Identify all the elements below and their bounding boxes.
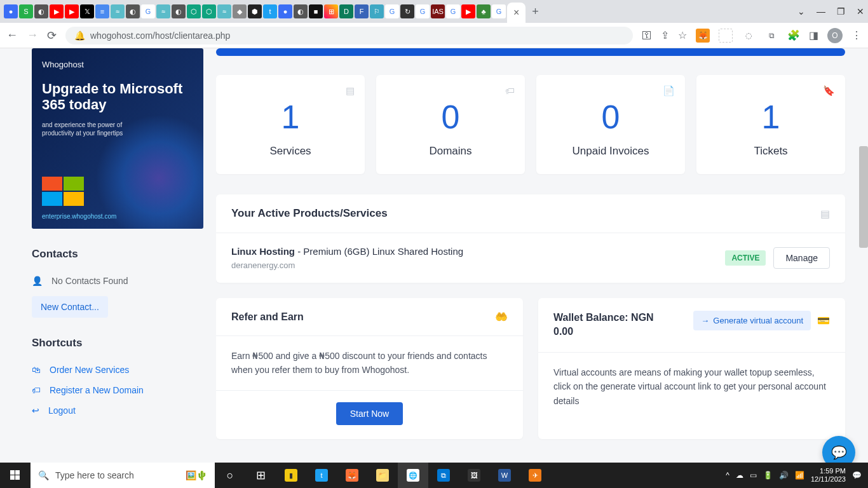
extension-icon[interactable] — [719, 29, 733, 43]
tab-favicon[interactable]: ▶ — [65, 4, 79, 18]
extensions-menu-icon[interactable]: 🧩 — [787, 29, 800, 41]
taskbar-search[interactable]: 🔍 Type here to search 🖼️🌵 — [31, 463, 215, 488]
profile-avatar[interactable]: O — [827, 28, 843, 43]
tab-favicon[interactable]: IAS — [431, 4, 445, 18]
shortcut-order[interactable]: 🛍 Order New Services — [32, 360, 203, 380]
tab-favicon[interactable]: ≈ — [156, 4, 170, 18]
tab-favicon[interactable]: ● — [278, 4, 292, 18]
key-icon[interactable]: ⚿ — [642, 30, 652, 41]
extension-icon[interactable]: ⧉ — [764, 29, 778, 43]
tab-favicon[interactable]: G — [416, 4, 430, 18]
sidepanel-icon[interactable]: ◨ — [809, 29, 818, 41]
minimize-button[interactable]: — — [817, 6, 825, 17]
close-tab-icon[interactable]: × — [513, 7, 519, 18]
stat-invoices[interactable]: 📄 0 Unpaid Invoices — [536, 75, 685, 174]
tab-favicon[interactable]: ◐ — [294, 4, 308, 18]
tab-favicon[interactable]: G — [446, 4, 460, 18]
address-bar[interactable]: 🔔 whogohost.com/host/clientarea.php — [65, 27, 633, 44]
generate-virtual-account-button[interactable]: → Generate virtual account — [693, 311, 811, 330]
share-icon[interactable]: ⇪ — [661, 29, 669, 41]
stat-domains[interactable]: 🏷 0 Domains — [376, 75, 525, 174]
new-contact-button[interactable]: New Contact... — [32, 296, 108, 318]
taskbar-telegram[interactable]: ✈ — [520, 463, 550, 488]
tab-favicon[interactable]: ⬢ — [248, 4, 262, 18]
tab-favicon[interactable]: ◆ — [233, 4, 247, 18]
tab-favicon[interactable]: G — [492, 4, 506, 18]
close-window-button[interactable]: ✕ — [857, 6, 864, 17]
tab-favicon[interactable]: ⊞ — [324, 4, 338, 18]
tab-favicon[interactable]: ■ — [309, 4, 323, 18]
maximize-button[interactable]: ❐ — [837, 6, 845, 17]
taskbar-app[interactable]: ⊞ — [245, 463, 276, 488]
taskbar-chrome[interactable]: 🌐 — [398, 463, 428, 488]
taskbar-firefox[interactable]: 🦊 — [337, 463, 367, 488]
shortcut-register-domain[interactable]: 🏷 Register a New Domain — [32, 380, 203, 400]
promo-banner[interactable]: Whogohost Upgrade to Microsoft 365 today… — [32, 48, 203, 229]
product-row: Linux Hosting - Premium (6GB) Linux Shar… — [231, 246, 830, 270]
tab-favicon[interactable]: ↻ — [400, 4, 414, 18]
tab-favicon[interactable]: ♣ — [477, 4, 491, 18]
tab-favicon[interactable]: F — [355, 4, 369, 18]
scrollbar[interactable] — [859, 146, 868, 248]
domains-icon: 🏷 — [505, 85, 515, 96]
tab-favicon[interactable]: ⬡ — [202, 4, 216, 18]
tab-favicon[interactable]: ⬡ — [187, 4, 201, 18]
stat-tickets[interactable]: 🔖 1 Tickets — [696, 75, 845, 174]
taskbar-photos[interactable]: 🖼 — [459, 463, 489, 488]
shortcut-logout[interactable]: ↩ Logout — [32, 400, 203, 421]
taskbar-twitter[interactable]: t — [306, 463, 337, 488]
start-button[interactable] — [0, 463, 31, 488]
tray-onedrive-icon[interactable]: ☁ — [736, 471, 743, 480]
extension-metamask-icon[interactable]: 🦊 — [696, 29, 710, 43]
tray-volume-icon[interactable]: 🔊 — [779, 471, 789, 480]
tab-favicon[interactable]: G — [385, 4, 399, 18]
tray-meet-icon[interactable]: ▭ — [750, 471, 757, 480]
taskbar-word[interactable]: W — [489, 463, 520, 488]
tab-favicon[interactable]: ≈ — [217, 4, 231, 18]
taskbar-powerbi[interactable]: ▮ — [276, 463, 306, 488]
taskbar-explorer[interactable]: 📁 — [367, 463, 398, 488]
refer-panel: Refer and Earn 🤲 Earn ₦500 and give a ₦5… — [216, 298, 523, 439]
tray-chevron-icon[interactable]: ^ — [726, 471, 729, 480]
tab-favicon[interactable]: 𝕏 — [80, 4, 94, 18]
active-tab[interactable]: × — [507, 3, 526, 23]
stat-services-label: Services — [227, 145, 353, 158]
tab-favicon[interactable]: ◐ — [126, 4, 140, 18]
tab-favicon[interactable]: ≈ — [111, 4, 125, 18]
tab-favicon[interactable]: ● — [4, 4, 18, 18]
manage-button[interactable]: Manage — [773, 247, 830, 269]
taskbar-vscode[interactable]: ⧉ — [428, 463, 459, 488]
arrow-right-icon: → — [701, 316, 709, 325]
site-info-icon[interactable]: 🔔 — [74, 30, 85, 41]
back-button[interactable]: ← — [6, 29, 18, 42]
tray-battery-icon[interactable]: 🔋 — [763, 471, 773, 480]
chat-fab-button[interactable]: 💬 — [822, 436, 855, 463]
tab-favicon[interactable]: D — [339, 4, 353, 18]
start-now-button[interactable]: Start Now — [336, 402, 403, 425]
extension-icon[interactable]: ◌ — [742, 29, 756, 43]
chrome-menu-icon[interactable]: ⋮ — [851, 29, 862, 41]
browser-toolbar: ← → ⟳ 🔔 whogohost.com/host/clientarea.ph… — [0, 23, 868, 48]
tab-favicon[interactable]: ≡ — [95, 4, 109, 18]
tabs-dropdown-icon[interactable]: ⌄ — [797, 6, 805, 17]
tab-favicon[interactable]: ▶ — [50, 4, 64, 18]
promo-brand: Whogohost — [42, 60, 193, 69]
notification-icon[interactable]: 💬 — [852, 471, 862, 480]
stat-services[interactable]: ▤ 1 Services — [216, 75, 365, 174]
bookmark-icon[interactable]: ☆ — [678, 29, 687, 41]
tab-favicon[interactable]: ◐ — [172, 4, 186, 18]
tab-favicon[interactable]: S — [19, 4, 33, 18]
taskbar-clock[interactable]: 1:59 PM 12/11/2023 — [811, 467, 846, 484]
tab-favicon[interactable]: ◐ — [34, 4, 48, 18]
tray-wifi-icon[interactable]: 📶 — [795, 471, 804, 480]
top-banner[interactable] — [216, 48, 845, 56]
tab-favicon[interactable]: G — [141, 4, 155, 18]
panel-menu-icon[interactable]: ▤ — [820, 208, 830, 220]
reload-button[interactable]: ⟳ — [47, 29, 57, 43]
tab-favicon[interactable]: t — [263, 4, 277, 18]
task-view-button[interactable]: ○ — [215, 463, 245, 488]
sidebar: Whogohost Upgrade to Microsoft 365 today… — [0, 48, 216, 463]
tab-favicon[interactable]: ▶ — [461, 4, 475, 18]
new-tab-button[interactable]: + — [527, 5, 544, 18]
tab-favicon[interactable]: ⚐ — [370, 4, 384, 18]
